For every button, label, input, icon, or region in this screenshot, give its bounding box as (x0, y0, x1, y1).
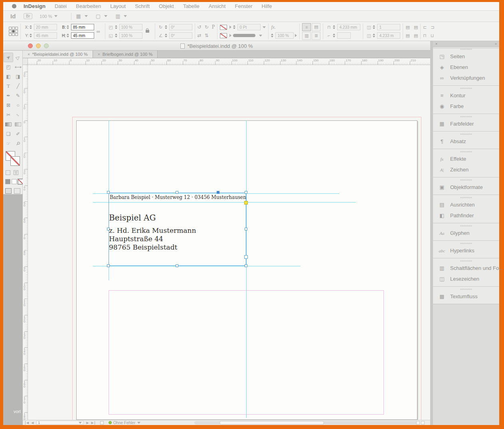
fill-color-swatch[interactable] (220, 33, 227, 38)
gradient-swatch-tool[interactable] (4, 120, 13, 129)
panel-objektformate[interactable]: ▣Objektformate (433, 182, 499, 193)
frame-anchor-handle[interactable] (217, 191, 219, 194)
panel-effekte[interactable]: fxEffekte (433, 153, 499, 164)
rectangle-frame-tool[interactable]: ⊠ (4, 100, 13, 110)
eyedropper-tool[interactable]: ✐ (13, 129, 23, 139)
object-align-top-button[interactable]: ⊓ (423, 33, 427, 38)
close-icon[interactable]: × (98, 52, 100, 57)
menu-ansicht[interactable]: Ansicht (209, 3, 226, 9)
stroke-weight-stepper[interactable] (233, 25, 237, 29)
horizontal-ruler[interactable]: 3020100102030405060708090100110120130140… (28, 58, 430, 65)
columns-field[interactable]: 1 (377, 24, 400, 30)
panel-pathfinder[interactable]: ◧Pathfinder (433, 210, 499, 221)
menu-hilfe[interactable]: Hilfe (262, 3, 272, 9)
opacity-field[interactable]: 100 % (275, 32, 294, 39)
rotate-ccw-button[interactable]: ↺ (198, 24, 202, 30)
apply-color-button[interactable] (5, 179, 10, 184)
panel-hyperlinks[interactable]: abcHyperlinks (433, 245, 499, 256)
ruler-guide-horizontal[interactable] (93, 266, 300, 266)
type-tool[interactable]: T (4, 81, 13, 91)
scale-y-field[interactable]: 100 % (119, 32, 142, 39)
horizontal-scrollbar[interactable] (194, 421, 418, 425)
panel-group-grip[interactable] (461, 179, 472, 181)
scroll-right-button[interactable] (421, 421, 425, 425)
ruler-origin-box[interactable] (23, 58, 28, 65)
width-field[interactable]: 85 mm (71, 24, 94, 30)
frame-handle-top-center[interactable] (176, 191, 178, 194)
chevron-down-icon[interactable] (137, 422, 140, 424)
vertical-ruler[interactable]: 3 02 01 001 02 03 04 05 06 07 08 09 01 0… (23, 65, 28, 420)
tab-briefbogen[interactable]: × Briefbogen.indd @ 100 % (93, 51, 158, 58)
corner-radius-field[interactable]: 4.233 mm (337, 24, 360, 30)
preview-mode-button[interactable] (14, 188, 20, 194)
guides-menu[interactable]: ▢ (96, 13, 107, 19)
pencil-tool[interactable]: ✎ (13, 91, 23, 100)
frame-handle-top-left[interactable] (107, 191, 110, 194)
rotate-cw-button[interactable]: ↻ (205, 24, 209, 30)
opacity-stepper[interactable] (271, 33, 275, 37)
pen-tool[interactable]: ✒ (4, 91, 13, 100)
corner-radius-stepper[interactable] (333, 25, 336, 29)
object-align-bottom-button[interactable]: ⊔ (431, 33, 434, 38)
menu-fenster[interactable]: Fenster (235, 3, 252, 9)
object-align-right-button[interactable]: ⊐ (431, 25, 435, 30)
panel-group-grip[interactable] (461, 151, 472, 152)
y-position-field[interactable]: 45 mm (34, 32, 57, 39)
x-stepper[interactable] (30, 25, 33, 29)
bridge-button[interactable]: Br (24, 13, 32, 19)
scale-y-stepper[interactable] (115, 33, 119, 37)
gradient-feather-tool[interactable] (13, 120, 23, 129)
formatting-affects-text-button[interactable]: T (14, 170, 18, 175)
panel-ausrichten[interactable]: ▤Ausrichten (433, 199, 499, 210)
flip-vertical-button[interactable]: ⇅ (205, 33, 209, 38)
align-justify-button[interactable]: ▤ (414, 33, 418, 38)
object-align-left-button[interactable]: ⊏ (423, 25, 427, 30)
scroll-left-button[interactable] (416, 421, 420, 425)
frame-handle-top-right[interactable] (245, 191, 247, 194)
line-tool[interactable]: ╱ (13, 81, 23, 91)
page-number-field[interactable]: 1 (36, 421, 83, 425)
normal-view-mode-button[interactable] (5, 188, 12, 194)
panel-textumfluss[interactable]: ▩Textumfluss (433, 291, 499, 302)
panel-group-grip[interactable] (461, 289, 472, 290)
shear-stepper[interactable] (165, 33, 168, 37)
panel-schaltflaechen[interactable]: ▥Schaltflächen und Fo... (433, 263, 499, 274)
window-title-bar[interactable]: *Beispieldatei.indd @ 100 % (3, 41, 430, 51)
view-options-menu[interactable]: ▦ (76, 13, 88, 19)
panel-ebenen[interactable]: ◈Ebenen (433, 62, 499, 73)
x-position-field[interactable]: 20 mm (34, 24, 57, 30)
close-icon[interactable]: × (28, 52, 30, 57)
dock-close-button[interactable]: × (435, 42, 437, 46)
menu-bearbeiten[interactable]: Bearbeiten (76, 3, 101, 9)
shear-angle-field[interactable]: 0° (169, 32, 192, 39)
scale-x-stepper[interactable] (115, 25, 119, 29)
stroke-weight-field[interactable]: 0 Pt (237, 24, 261, 30)
dock-divider[interactable] (430, 41, 433, 425)
panel-seiten[interactable]: ◳Seiten (433, 51, 499, 62)
scale-x-field[interactable]: 100 % (119, 24, 142, 30)
stroke-style-preview[interactable] (233, 34, 255, 37)
frame-handle-middle-right[interactable] (245, 228, 247, 230)
y-stepper[interactable] (30, 33, 33, 37)
rotation-angle-field[interactable]: 0° (169, 24, 192, 30)
panel-glyphen[interactable]: AaGlyphen (433, 228, 499, 238)
direct-selection-tool[interactable]: ▷ (13, 53, 23, 62)
panel-group-grip[interactable] (461, 116, 472, 117)
columns-stepper[interactable] (373, 25, 376, 29)
panel-farbe[interactable]: ◉Farbe (433, 101, 499, 112)
lock-scale-icon[interactable] (146, 30, 149, 33)
next-page-button[interactable]: ▶ (86, 421, 89, 425)
panel-farbfelder[interactable]: ▦Farbfelder (433, 118, 499, 129)
apply-none-button[interactable] (18, 179, 23, 184)
panel-zeichen[interactable]: A|Zeichen (433, 164, 499, 175)
last-page-button[interactable]: ▶ (91, 421, 95, 425)
panel-kontur[interactable]: ≡Kontur (433, 90, 499, 101)
first-page-button[interactable]: ◀ (25, 421, 29, 425)
menu-datei[interactable]: Datei (55, 3, 67, 9)
panel-lesezeichen[interactable]: ◫Lesezeichen (433, 274, 499, 284)
flip-horizontal-button[interactable]: ⇄ (198, 33, 202, 38)
chevron-right-icon[interactable] (295, 34, 297, 37)
frame-handle-bottom-right[interactable] (245, 264, 247, 267)
constrain-dimensions-icon[interactable]: ∞ (97, 29, 100, 34)
note-tool[interactable]: ❏ (4, 129, 13, 139)
